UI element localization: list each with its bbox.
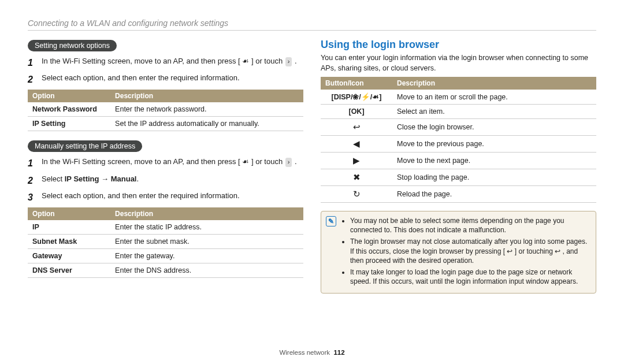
step-text: Select each option, and then enter the r… [42,191,303,204]
table-row: ▶Move to the next page. [321,153,596,169]
flower-icon: [ ☙ ] [238,57,253,65]
note-item: The login browser may not close automati… [350,237,591,265]
chevron-right-icon: › [285,158,292,167]
col-header-option: Option [28,90,110,102]
table-row: Subnet MaskEnter the subnet mask. [28,234,303,248]
table-row: [OK]Select an item. [321,105,596,119]
left-column: Setting network options 1 In the Wi-Fi S… [28,39,303,344]
stop-icon: ✖ [353,172,361,182]
table-row: DNS ServerEnter the DNS address. [28,263,303,277]
table-row: IP Setting Set the IP address automatica… [28,117,303,131]
note-item: You may not be able to select some items… [350,216,591,235]
table-row: ✖Stop loading the page. [321,169,596,186]
step-text: In the Wi-Fi Setting screen, move to an … [42,157,303,170]
step-number: 2 [28,73,36,86]
note-icon: ✎ [326,216,336,226]
table-row: ↩Close the login browser. [321,119,596,136]
flower-icon: [ ☙ ] [238,157,253,166]
ok-icon: [OK] [321,105,392,119]
col-header-description: Description [110,207,303,220]
step-text: Select each option, and then enter the r… [42,73,303,86]
page-number: 112 [333,349,344,356]
table-login-browser: Button/Icon Description [DISP/❀/⚡/☙]Move… [321,77,596,203]
pill-setting-network-options: Setting network options [28,40,117,51]
intro-paragraph: You can enter your login information via… [321,53,596,73]
table-network-options: Option Description Network Password Ente… [28,90,303,131]
col-header-button-icon: Button/Icon [321,77,392,90]
step-text: In the Wi-Fi Setting screen, move to an … [42,56,303,69]
note-box: ✎ You may not be able to select some ite… [321,211,596,294]
breadcrumb: Connecting to a WLAN and configuring net… [28,18,596,31]
step-number: 1 [28,157,36,170]
table-row: Network Password Enter the network passw… [28,102,303,117]
table-row: ◀Move to the previous page. [321,136,596,153]
prev-icon: ◀ [353,139,360,148]
section-heading: Using the login browser [321,39,596,51]
table-row: ↻Reload the page. [321,186,596,203]
next-icon: ▶ [353,155,360,165]
col-header-description: Description [392,77,596,90]
page-footer: Wireless network 112 [28,344,596,364]
table-row: IPEnter the static IP address. [28,220,303,235]
table-row: GatewayEnter the gateway. [28,248,303,263]
table-row: [DISP/❀/⚡/☙]Move to an item or scroll th… [321,90,596,105]
step-number: 2 [28,174,36,187]
pill-manual-ip: Manually setting the IP address [28,140,142,152]
reload-icon: ↻ [353,189,361,199]
step-number: 1 [28,56,36,69]
step-text: Select IP Setting → Manual. [42,174,303,187]
table-ip-settings: Option Description IPEnter the static IP… [28,207,303,278]
note-item: It may take longer to load the login pag… [350,268,591,286]
col-header-option: Option [28,207,110,220]
back-icon: ↩ [353,122,361,132]
chevron-right-icon: › [285,57,292,66]
disp-nav-icon: [DISP/❀/⚡/☙] [321,90,392,105]
col-header-description: Description [110,90,303,102]
step-number: 3 [28,191,36,204]
right-column: Using the login browser You can enter yo… [321,39,596,344]
